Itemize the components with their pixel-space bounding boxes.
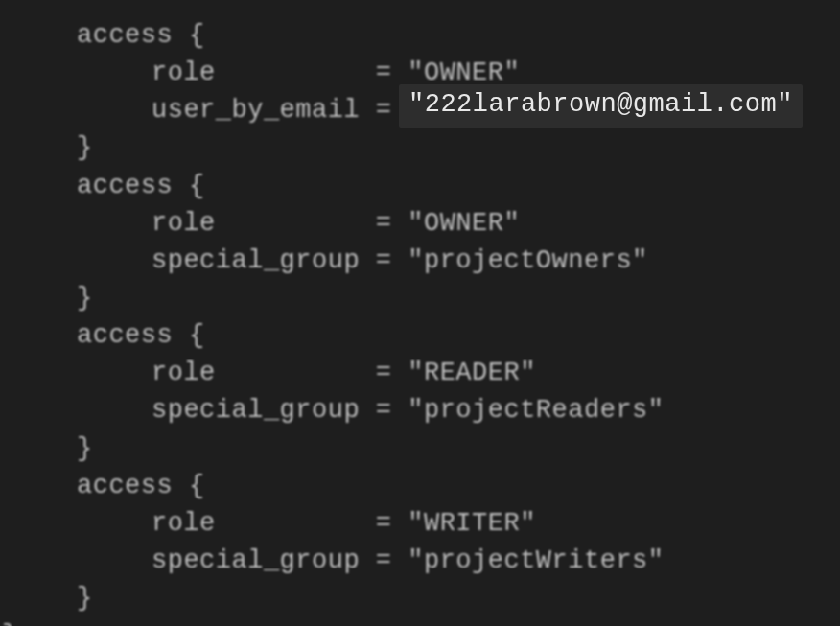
- block-open: access {: [0, 17, 840, 55]
- outer-close: }: [0, 617, 840, 626]
- field-line: role = "OWNER": [0, 205, 840, 243]
- field-line: special_group = "projectOwners": [0, 243, 840, 280]
- block-close: }: [0, 280, 840, 317]
- email-highlight-overlay: "222larabrown@gmail.com": [399, 84, 803, 128]
- block-open: access {: [0, 168, 840, 205]
- email-value: "222larabrown@gmail.com": [408, 90, 793, 119]
- field-line: special_group = "projectReaders": [0, 392, 840, 429]
- block-close: }: [0, 580, 840, 617]
- block-close: }: [0, 129, 840, 167]
- field-line: role = "WRITER": [0, 505, 840, 543]
- field-line: role = "READER": [0, 355, 840, 392]
- block-open: access {: [0, 317, 840, 355]
- field-line: special_group = "projectWriters": [0, 543, 840, 580]
- block-open: access {: [0, 468, 840, 505]
- block-close: }: [0, 430, 840, 468]
